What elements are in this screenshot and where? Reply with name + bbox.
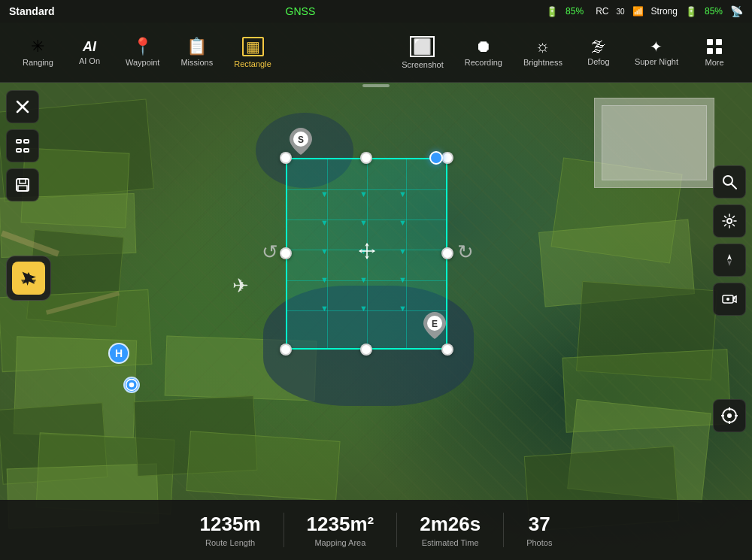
svg-line-22 (732, 184, 736, 189)
rotate-handle-left[interactable]: ↺ (262, 241, 278, 264)
toolbar-item-defog[interactable]: 🌫 Defog (576, 33, 621, 72)
map-mode-label: Standard (9, 5, 55, 17)
drag-handle[interactable] (362, 84, 390, 87)
control-point-tc[interactable] (360, 152, 372, 164)
battery1-icon: 🔋 (546, 6, 558, 17)
stat-route-length: 1235m Route Length (177, 513, 284, 546)
toolbar-item-rectangle[interactable]: ▦ Rectangle (226, 31, 279, 74)
control-point-bc[interactable] (360, 344, 372, 356)
left-panel (6, 90, 39, 201)
end-marker: E (423, 312, 446, 342)
missions-label: Missions (180, 58, 213, 67)
wifi-icon: 📡 (730, 5, 743, 17)
takeoff-button[interactable] (6, 256, 51, 301)
search-button[interactable] (713, 165, 746, 198)
svg-point-28 (726, 298, 729, 301)
svg-point-23 (727, 219, 732, 223)
circle-marker (123, 377, 140, 393)
signal-bars: 📶 (632, 6, 644, 17)
defog-icon: 🌫 (591, 39, 606, 54)
takeoff-icon (12, 262, 45, 295)
svg-rect-2 (707, 48, 713, 54)
svg-rect-8 (17, 149, 21, 152)
rectangle-icon: ▦ (242, 37, 264, 56)
svg-rect-12 (18, 186, 27, 191)
photos-value: 37 (529, 513, 550, 536)
focus-button[interactable] (6, 129, 39, 162)
gnss-status: GNSS (64, 5, 537, 17)
camera-angle-button[interactable] (713, 283, 746, 316)
waypoint-icon: 📍 (132, 38, 153, 55)
svg-rect-3 (716, 48, 722, 54)
toolbar-item-recording[interactable]: ⏺ Recording (457, 32, 510, 73)
screenshot-icon: ⬜ (410, 36, 435, 57)
airplane-icon: ✈ (232, 274, 249, 298)
move-cursor[interactable] (357, 241, 377, 265)
save-button[interactable] (6, 168, 39, 201)
compass-button[interactable] (713, 244, 746, 277)
toolbar-item-screenshot[interactable]: ⬜ Screenshot (394, 30, 451, 75)
defog-label: Defog (587, 57, 609, 66)
svg-marker-24 (727, 254, 732, 260)
toolbar-item-ranging[interactable]: ✳ Ranging (15, 32, 61, 73)
screenshot-label: Screenshot (402, 60, 444, 69)
svg-rect-1 (716, 39, 722, 45)
route-length-value: 1235m (200, 513, 261, 536)
mapping-area-label: Mapping Area (314, 538, 365, 547)
close-button[interactable] (6, 90, 39, 123)
ai-icon: AI (83, 40, 96, 53)
battery1-percent: 85% (566, 6, 584, 17)
svg-rect-6 (17, 140, 21, 143)
battery2-percent: 85% (705, 6, 723, 17)
stat-photos: 37 Photos (504, 513, 575, 546)
toolbar-item-more[interactable]: More (692, 32, 737, 73)
missions-icon: 📋 (186, 38, 207, 55)
start-marker: S (290, 128, 312, 158)
rc-label: RC (596, 6, 608, 17)
svg-point-21 (723, 176, 732, 185)
drone-position-dot (429, 151, 443, 165)
svg-point-31 (727, 413, 732, 418)
control-point-ml[interactable] (280, 247, 292, 259)
control-point-mr[interactable] (441, 247, 453, 259)
supernight-label: Super Night (635, 57, 678, 66)
svg-text:S: S (298, 135, 304, 145)
rectangle-label: Rectangle (234, 59, 271, 68)
estimated-time-value: 2m26s (420, 513, 481, 536)
bottom-bar: 1235m Route Length 1235m² Mapping Area 2… (0, 500, 752, 560)
svg-marker-25 (727, 260, 732, 266)
toolbar-item-ai[interactable]: AI AI On (67, 34, 112, 71)
ranging-label: Ranging (23, 58, 53, 67)
toolbar-item-brightness[interactable]: ☼ Brightness (516, 32, 570, 73)
toolbar-item-supernight[interactable]: ✦ Super Night (627, 33, 686, 72)
more-icon (706, 38, 723, 55)
route-length-label: Route Length (205, 538, 255, 547)
ai-label: AI On (79, 56, 100, 65)
toolbar-item-missions[interactable]: 📋 Missions (173, 32, 220, 73)
control-point-bl[interactable] (280, 344, 292, 356)
locate-button[interactable] (713, 399, 746, 432)
control-point-br[interactable] (441, 344, 453, 356)
stat-mapping-area: 1235m² Mapping Area (284, 513, 398, 546)
svg-rect-9 (24, 149, 29, 152)
svg-rect-7 (24, 140, 29, 143)
recording-icon: ⏺ (475, 38, 492, 55)
control-point-tr[interactable] (441, 152, 453, 164)
photos-label: Photos (526, 538, 552, 547)
svg-rect-0 (707, 39, 713, 45)
signal-strength: Strong (651, 6, 678, 17)
waypoint-label: Waypoint (126, 58, 159, 67)
rotate-handle-right[interactable]: ↻ (457, 241, 474, 264)
brightness-label: Brightness (523, 58, 562, 67)
toolbar-item-waypoint[interactable]: 📍 Waypoint (118, 32, 167, 73)
map-settings-button[interactable] (713, 204, 746, 238)
estimated-time-label: Estimated Time (422, 538, 479, 547)
brightness-icon: ☼ (535, 38, 550, 55)
stat-estimated-time: 2m26s Estimated Time (397, 513, 504, 546)
mapping-area-value: 1235m² (307, 513, 374, 536)
recording-label: Recording (465, 58, 502, 67)
svg-point-20 (129, 383, 135, 388)
right-panel (713, 165, 746, 316)
rc-number: 30 (616, 8, 624, 16)
status-bar: Standard GNSS 🔋 85% RC 30 📶 Strong 🔋 85%… (0, 0, 752, 23)
